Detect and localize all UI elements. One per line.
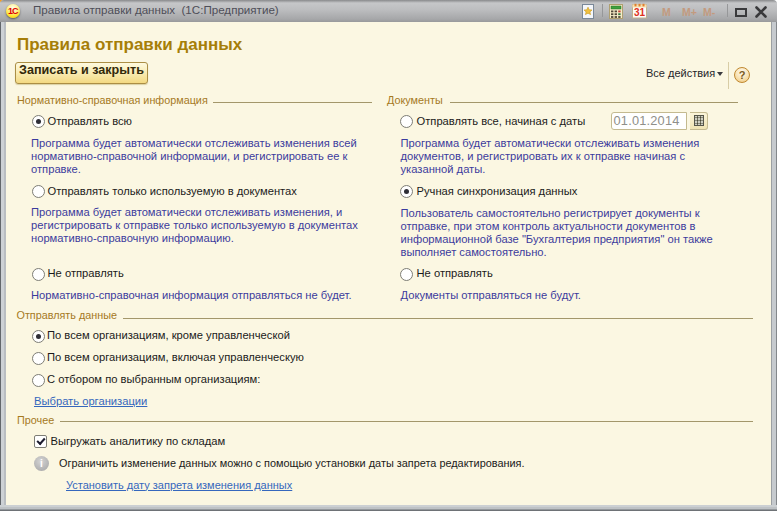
svg-text:31: 31 [634,7,646,18]
